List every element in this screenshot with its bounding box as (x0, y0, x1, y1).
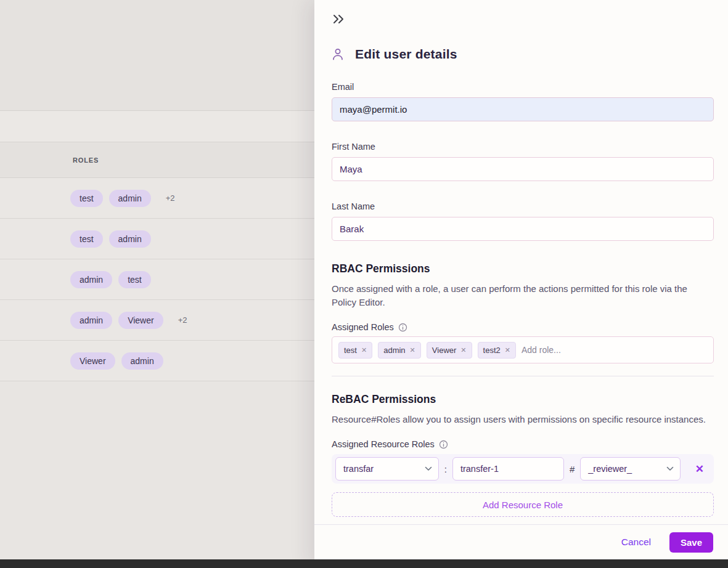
role-tag-label: test2 (483, 346, 501, 355)
role-badge: admin (121, 352, 163, 370)
assigned-resource-roles-label: Assigned Resource Roles (332, 439, 435, 449)
role-badge: test (118, 271, 151, 288)
role-badge: admin (70, 312, 112, 329)
role-tag: test ✕ (338, 342, 372, 359)
role-badge: admin (70, 271, 112, 288)
cancel-button[interactable]: Cancel (621, 537, 651, 548)
role-tag-label: test (344, 346, 357, 355)
email-field[interactable] (332, 97, 714, 121)
first-name-label: First Name (332, 142, 714, 152)
rebac-section-heading: ReBAC Permissions (332, 393, 714, 406)
role-badge: Viewer (118, 312, 163, 329)
last-name-field[interactable] (332, 217, 714, 241)
resource-role-value: _reviewer_ (588, 464, 632, 474)
remove-role-icon[interactable]: ✕ (460, 346, 466, 354)
role-tag: test2 ✕ (478, 342, 516, 359)
colon-separator: : (444, 464, 447, 474)
add-resource-role-button[interactable]: Add Resource Role (332, 492, 714, 517)
info-icon (398, 323, 407, 332)
role-badge: admin (109, 230, 151, 248)
resource-instance-field[interactable] (452, 457, 564, 481)
save-button[interactable]: Save (669, 532, 713, 553)
chevron-down-icon (666, 466, 674, 471)
chevron-down-icon (425, 466, 432, 471)
resource-role-select[interactable]: _reviewer_ (580, 457, 681, 481)
role-tag-label: Viewer (432, 346, 457, 355)
edit-user-panel: Edit user details Email First Name Last … (314, 0, 728, 568)
double-chevron-right-icon (332, 13, 345, 25)
more-roles-count: +2 (178, 315, 187, 325)
resource-type-value: transfar (343, 464, 374, 474)
remove-role-icon[interactable]: ✕ (410, 346, 415, 354)
assigned-roles-input[interactable]: test ✕ admin ✕ Viewer ✕ test2 ✕ (332, 336, 714, 363)
more-roles-count: +2 (166, 193, 175, 203)
remove-role-icon[interactable]: ✕ (505, 346, 510, 354)
remove-resource-role-button[interactable]: ✕ (692, 460, 708, 478)
role-tag: admin ✕ (378, 342, 421, 359)
rebac-section-description: Resource#Roles allow you to assign users… (332, 413, 714, 426)
hash-separator: # (570, 464, 575, 474)
role-badge: Viewer (70, 352, 115, 370)
panel-footer: Cancel Save (314, 524, 728, 559)
rbac-section-heading: RBAC Permissions (332, 262, 714, 275)
assigned-roles-label-row: Assigned Roles (332, 322, 714, 332)
assigned-resource-roles-label-row: Assigned Resource Roles (332, 439, 714, 449)
add-role-input[interactable] (521, 345, 707, 355)
remove-role-icon[interactable]: ✕ (361, 346, 367, 354)
info-icon (439, 440, 448, 449)
role-badge: admin (109, 190, 151, 207)
roles-column-header: ROLES (73, 156, 99, 164)
role-tag: Viewer ✕ (427, 342, 472, 359)
first-name-field[interactable] (332, 157, 714, 181)
role-badge: test (70, 190, 103, 207)
email-label: Email (332, 82, 714, 92)
last-name-label: Last Name (332, 201, 714, 211)
role-tag-label: admin (383, 346, 405, 355)
section-divider (332, 376, 714, 376)
resource-type-select[interactable]: transfar (335, 457, 439, 481)
bottom-dark-bar (0, 559, 728, 568)
page-title: Edit user details (355, 47, 457, 62)
resource-role-row: transfar : # _reviewer_ ✕ (332, 454, 714, 484)
assigned-roles-label: Assigned Roles (332, 322, 394, 332)
panel-title-row: Edit user details (332, 47, 714, 62)
rbac-section-description: Once assigned with a role, a user can pe… (332, 282, 714, 309)
role-badge: test (70, 230, 103, 248)
user-icon (332, 47, 344, 61)
collapse-panel-button[interactable] (332, 11, 348, 27)
